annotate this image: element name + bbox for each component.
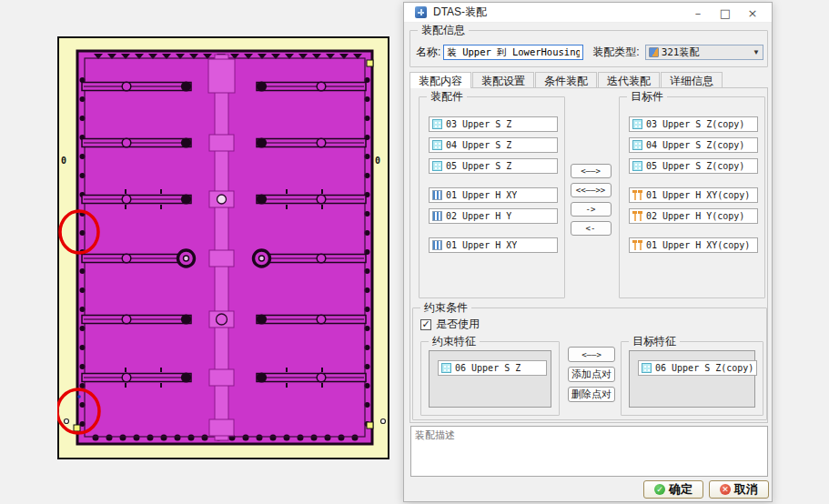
map-all-button[interactable]: <<——>>: [571, 183, 612, 197]
cancel-button[interactable]: ✕ 取消: [709, 480, 769, 499]
ok-check-icon: ✓: [654, 484, 665, 495]
sz-feature-icon: [632, 161, 642, 171]
move-right-button[interactable]: ->: [571, 202, 612, 217]
assembly-description-input[interactable]: [410, 426, 768, 477]
transfer-buttons: <——> <<——>> -> <-: [570, 164, 612, 236]
constraint-group-label: 约束条件: [420, 301, 471, 314]
tab-assembly-settings[interactable]: 装配设置: [472, 72, 534, 87]
target-part-item[interactable]: 01 Upper H XY(copy): [629, 187, 758, 203]
assembly-part-item[interactable]: 01 Upper H XY: [429, 187, 558, 203]
target-part-item[interactable]: 05 Upper S Z(copy): [629, 158, 758, 174]
pair-map-button[interactable]: <——>: [568, 347, 615, 362]
type-label: 装配类型:: [592, 45, 639, 60]
tab-details[interactable]: 详细信息: [661, 72, 723, 87]
assembly-dialog: DTAS-装配 – □ × 装配信息 名称: 装配类型: 321装配 ▼ 装配内…: [403, 2, 773, 502]
assembly-part-item[interactable]: 05 Upper S Z: [429, 158, 558, 174]
target-parts-group: 目标件 03 Upper S Z(copy) 04 Upper S Z(copy…: [619, 96, 765, 298]
corner-marker: [74, 425, 80, 431]
ok-button[interactable]: ✓ 确定: [643, 480, 703, 499]
tab-conditional-assembly[interactable]: 条件装配: [535, 72, 597, 87]
move-left-button[interactable]: <-: [571, 221, 612, 236]
assembly-info-group: 装配信息 名称: 装配类型: 321装配 ▼: [409, 30, 768, 67]
maximize-button[interactable]: □: [712, 3, 739, 23]
assembly-part-item[interactable]: 01 Upper H XY: [429, 237, 558, 253]
hole-feature-icon: [432, 190, 442, 200]
tab-assembly-content[interactable]: 装配内容: [409, 72, 471, 88]
corner-marker: [367, 60, 373, 66]
assembly-type-icon: [649, 47, 659, 57]
target-part-item[interactable]: 03 Upper S Z(copy): [629, 116, 758, 132]
name-label: 名称:: [416, 45, 440, 60]
sz-feature-icon: [432, 140, 442, 150]
screen: { "window": { "title": "DTAS-装配", "contr…: [0, 0, 829, 504]
target-part-item[interactable]: 04 Upper S Z(copy): [629, 137, 758, 153]
assembly-info-label: 装配信息: [418, 24, 469, 36]
dtas-app-icon: [415, 6, 427, 18]
assembly-type-select[interactable]: 321装配 ▼: [645, 45, 763, 60]
target-feature-item[interactable]: 06 Upper S Z(copy): [638, 360, 757, 376]
datum-point: [65, 419, 69, 424]
hole-feature-icon: [432, 240, 442, 250]
zero-label-right: 0: [375, 156, 380, 166]
assembly-content-panel: 装配件 03 Upper S Z 04 Upper S Z 05 Upper S…: [409, 87, 768, 423]
assembly-parts-label: 装配件: [427, 90, 467, 103]
assembly-part-item[interactable]: 04 Upper S Z: [429, 137, 558, 153]
sz-feature-icon: [632, 119, 642, 129]
dialog-title: DTAS-装配: [433, 5, 487, 20]
datum-point: [77, 395, 81, 398]
sz-feature-icon: [432, 161, 442, 171]
minimize-button[interactable]: –: [684, 3, 712, 23]
target-features-group: 目标特征 06 Upper S Z(copy): [621, 341, 763, 416]
target-features-list: 06 Upper S Z(copy): [629, 350, 755, 408]
constraint-group: 约束条件 ✓ 是否使用 约束特征 06 Upper S Z <——> 添加点对 …: [412, 307, 767, 420]
target-part-item[interactable]: 02 Upper H Y(copy): [629, 208, 758, 224]
datum-point: [381, 419, 386, 424]
use-constraint-label: 是否使用: [436, 317, 480, 332]
dialog-titlebar[interactable]: DTAS-装配 – □ ×: [404, 3, 772, 23]
pin-feature-icon: [632, 211, 642, 221]
assembly-name-input[interactable]: [443, 45, 583, 60]
add-pair-button[interactable]: 添加点对: [568, 367, 615, 382]
assembly-parts-group: 装配件 03 Upper S Z 04 Upper S Z 05 Upper S…: [419, 96, 565, 298]
tab-bar: 装配内容 装配设置 条件装配 迭代装配 详细信息: [409, 72, 723, 88]
map-pair-button[interactable]: <——>: [571, 164, 612, 178]
use-constraint-checkbox[interactable]: ✓: [420, 319, 431, 330]
target-features-label: 目标特征: [629, 335, 680, 348]
target-part-item[interactable]: 01 Upper H XY(copy): [629, 237, 758, 253]
constraint-features-label: 约束特征: [429, 335, 480, 348]
corner-marker: [367, 422, 373, 428]
assembly-part-item[interactable]: 03 Upper S Z: [429, 116, 558, 132]
cancel-x-icon: ✕: [720, 484, 731, 495]
assembly-type-value: 321装配: [662, 45, 753, 59]
chevron-down-icon: ▼: [753, 48, 760, 56]
close-button[interactable]: ×: [739, 3, 766, 23]
pin-feature-icon: [632, 190, 642, 200]
sz-feature-icon: [632, 140, 642, 150]
sz-feature-icon: [642, 363, 652, 373]
target-parts-label: 目标件: [627, 90, 667, 103]
cad-viewport[interactable]: 0 0: [57, 36, 389, 459]
sz-feature-icon: [441, 363, 451, 373]
assembly-part-item[interactable]: 02 Upper H Y: [429, 208, 558, 224]
pin-feature-icon: [632, 240, 642, 250]
tab-iterative-assembly[interactable]: 迭代装配: [598, 72, 660, 87]
constraint-features-group: 约束特征 06 Upper S Z: [420, 341, 560, 416]
pair-buttons: <——> 添加点对 删除点对: [567, 347, 616, 402]
zero-label-left: 0: [61, 156, 66, 166]
sz-feature-icon: [432, 119, 442, 129]
constraint-features-list: 06 Upper S Z: [429, 350, 551, 408]
hole-feature-icon: [432, 211, 442, 221]
use-constraint-row[interactable]: ✓ 是否使用: [420, 317, 766, 332]
remove-pair-button[interactable]: 删除点对: [568, 387, 615, 402]
cad-canvas: 0 0: [57, 36, 389, 459]
constraint-feature-item[interactable]: 06 Upper S Z: [438, 360, 547, 376]
